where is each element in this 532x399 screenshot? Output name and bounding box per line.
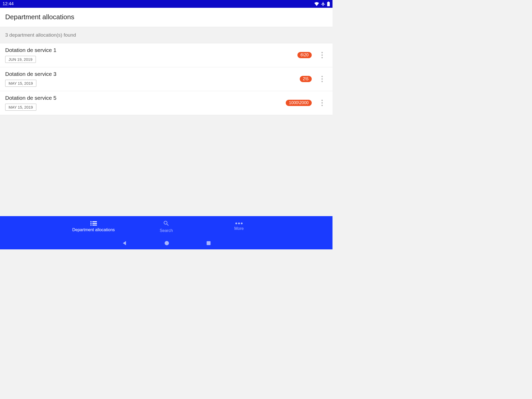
- nav-more[interactable]: More: [216, 222, 262, 231]
- app-bar: Department allocations: [0, 8, 332, 27]
- list-item-content: Dotation de service 3 MAY 15, 2019: [5, 71, 296, 87]
- count-badge: 2\5: [300, 76, 312, 82]
- status-time: 12:44: [3, 1, 14, 6]
- empty-area: [0, 115, 332, 216]
- svg-rect-12: [92, 223, 97, 224]
- home-icon[interactable]: [164, 240, 170, 246]
- airplane-icon: [321, 2, 325, 6]
- list-item-title: Dotation de service 5: [5, 95, 282, 101]
- battery-icon: [327, 2, 330, 6]
- svg-point-18: [165, 241, 169, 245]
- list-item[interactable]: Dotation de service 1 JUN 19, 2019 6\20: [0, 43, 332, 67]
- list-item[interactable]: Dotation de service 5 MAY 15, 2019 1000\…: [0, 91, 332, 115]
- status-icons: [314, 2, 330, 6]
- nav-label: Department allocations: [72, 228, 115, 232]
- allocation-list: Dotation de service 1 JUN 19, 2019 6\20 …: [0, 43, 332, 115]
- svg-rect-14: [92, 225, 97, 225]
- result-count-banner: 3 department allocation(s) found: [0, 27, 332, 43]
- count-badge: 6\20: [297, 52, 312, 58]
- list-item-content: Dotation de service 5 MAY 15, 2019: [5, 95, 282, 111]
- svg-point-8: [321, 105, 323, 106]
- list-item[interactable]: Dotation de service 3 MAY 15, 2019 2\5: [0, 67, 332, 91]
- date-chip[interactable]: MAY 15, 2019: [5, 80, 36, 87]
- svg-point-17: [241, 223, 243, 224]
- more-horiz-icon: [235, 222, 243, 225]
- date-chip[interactable]: MAY 15, 2019: [5, 104, 36, 111]
- svg-point-6: [321, 99, 323, 101]
- svg-point-1: [321, 54, 323, 56]
- svg-point-7: [321, 102, 323, 103]
- list-icon: [90, 221, 97, 226]
- list-item-content: Dotation de service 1 JUN 19, 2019: [5, 47, 293, 63]
- nav-department-allocations[interactable]: Department allocations: [70, 221, 117, 232]
- svg-point-3: [321, 76, 323, 77]
- svg-point-4: [321, 78, 323, 79]
- count-badge: 1000\2000: [286, 100, 312, 106]
- svg-point-11: [90, 223, 91, 224]
- more-vert-icon[interactable]: [317, 50, 327, 60]
- nav-search[interactable]: Search: [143, 220, 190, 233]
- date-chip[interactable]: JUN 19, 2019: [5, 56, 36, 63]
- svg-point-15: [235, 223, 237, 224]
- nav-label: More: [234, 226, 244, 231]
- result-count-text: 3 department allocation(s) found: [5, 32, 76, 38]
- system-nav-bar: [0, 237, 332, 249]
- more-vert-icon[interactable]: [317, 98, 327, 108]
- search-icon: [163, 220, 170, 227]
- recents-icon[interactable]: [206, 241, 211, 246]
- nav-label: Search: [160, 228, 173, 233]
- svg-point-0: [321, 52, 323, 53]
- page-title: Department allocations: [5, 13, 327, 21]
- svg-rect-19: [207, 241, 211, 245]
- more-vert-icon[interactable]: [317, 74, 327, 84]
- svg-point-13: [90, 224, 91, 225]
- svg-point-2: [321, 57, 323, 58]
- bottom-nav: Department allocations Search More: [0, 216, 332, 237]
- svg-rect-10: [92, 221, 97, 222]
- status-bar: 12:44: [0, 0, 332, 8]
- svg-point-5: [321, 81, 323, 82]
- back-icon[interactable]: [121, 240, 128, 246]
- list-item-title: Dotation de service 1: [5, 47, 293, 53]
- list-item-title: Dotation de service 3: [5, 71, 296, 77]
- svg-point-16: [238, 223, 240, 224]
- wifi-icon: [314, 2, 319, 6]
- svg-point-9: [90, 221, 91, 222]
